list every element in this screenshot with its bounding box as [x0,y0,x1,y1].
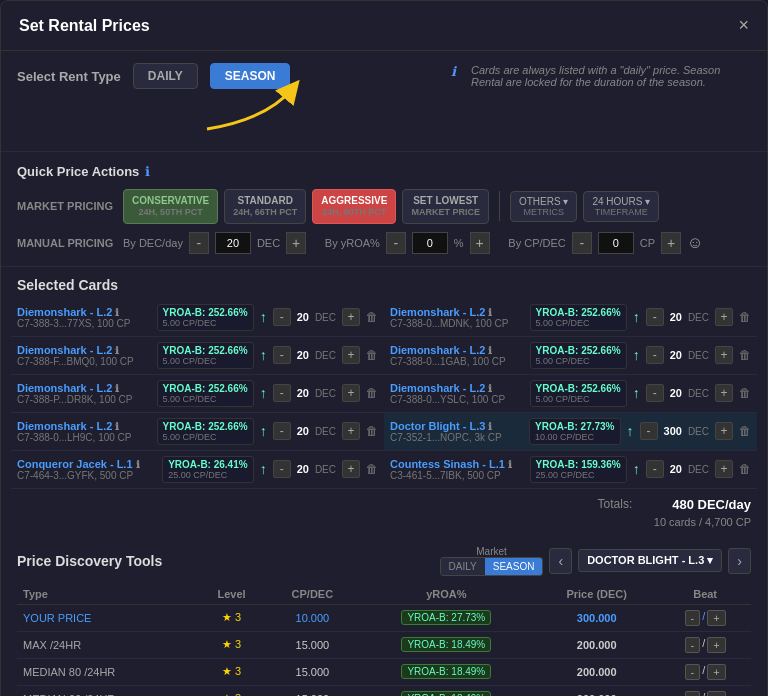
card-plus-button[interactable]: + [715,460,733,478]
card-yroa-top: YROA-B: 159.36% [536,459,621,470]
rent-type-info: ℹ Cards are always listed with a "daily"… [451,64,751,88]
card-yroa-top: YROA-B: 26.41% [168,459,247,470]
card-dec-val: 20 [297,311,309,323]
conservative-button[interactable]: CONSERVATIVE 24H, 50TH PCT [123,189,218,224]
beat-separator: / [702,664,705,680]
beat-cell[interactable]: - / + [659,685,751,696]
table-header-row: TypeLevelCP/DECyROA%Price (DEC)Beat [17,584,751,605]
beat-minus-button[interactable]: - [685,664,701,680]
card-yroa-bot: 5.00 CP/DEC [163,394,248,404]
card-plus-button[interactable]: + [342,346,360,364]
table-header-cell: Type [17,584,197,605]
trash-icon[interactable]: 🗑 [739,424,751,438]
pdt-prev-button[interactable]: ‹ [549,548,572,574]
beat-cell[interactable]: - / + [659,631,751,658]
card-plus-button[interactable]: + [715,346,733,364]
card-yroa-box: YROA-B: 252.66% 5.00 CP/DEC [530,304,627,331]
trash-icon[interactable]: 🗑 [366,386,378,400]
card-plus-button[interactable]: + [342,384,360,402]
card-dec-unit: DEC [315,426,336,437]
card-plus-button[interactable]: + [342,422,360,440]
card-plus-button[interactable]: + [715,422,733,440]
card-row: Diemonshark - L.2 ℹ C7-388-F...BMQ0, 100… [11,337,384,375]
dec-minus-button[interactable]: - [189,232,209,254]
arrow-up-icon: ↑ [260,309,267,325]
card-name: Diemonshark - L.2 ℹ [17,344,151,356]
beat-plus-button[interactable]: + [707,664,725,680]
card-yroa-box: YROA-B: 252.66% 5.00 CP/DEC [157,304,254,331]
card-selector-button[interactable]: DOCTOR BLIGHT - L.3 ▾ [578,549,722,572]
card-minus-button[interactable]: - [273,346,291,364]
table-row: MAX /24HR ★ 3 15.000 YROA-B: 18.49% 200.… [17,631,751,658]
pdt-season-button[interactable]: SEASON [485,558,543,575]
card-plus-button[interactable]: + [715,384,733,402]
smiley-button[interactable]: ☺ [687,234,703,252]
pdt-market-wrapper: Market DAILY SEASON [440,546,544,576]
cp-plus-button[interactable]: + [661,232,681,254]
card-minus-button[interactable]: - [646,384,664,402]
daily-button[interactable]: DAILY [133,63,198,89]
set-lowest-button[interactable]: SET LOWEST MARKET PRICE [402,189,489,224]
card-row: Doctor Blight - L.3 ℹ C7-352-1...NOPC, 3… [384,413,757,451]
cpdec-cell: 10.000 [266,604,358,631]
trash-icon[interactable]: 🗑 [739,310,751,324]
beat-plus-button[interactable]: + [707,637,725,653]
trash-icon[interactable]: 🗑 [739,386,751,400]
table-row: YOUR PRICE ★ 3 10.000 YROA-B: 27.73% 300… [17,604,751,631]
trash-icon[interactable]: 🗑 [366,424,378,438]
24hours-button[interactable]: 24 HOURS ▾ TIMEFRAME [583,191,659,222]
trash-icon[interactable]: 🗑 [366,462,378,476]
card-minus-button[interactable]: - [646,308,664,326]
card-row: Conqueror Jacek - L.1 ℹ C7-464-3...GYFK,… [11,451,384,489]
card-yroa-bot: 5.00 CP/DEC [536,318,621,328]
beat-plus-button[interactable]: + [707,691,725,696]
type-cell: MEDIAN 66 /24HR [17,685,197,696]
card-minus-button[interactable]: - [273,422,291,440]
others-button[interactable]: OTHERS ▾ METRICS [510,191,577,222]
card-dec-unit: DEC [688,350,709,361]
aggressive-button[interactable]: AGGRESSIVE 24H, 80TH PCT [312,189,396,224]
card-minus-button[interactable]: - [273,460,291,478]
dec-plus-button[interactable]: + [286,232,306,254]
card-yroa-top: YROA-B: 252.66% [163,345,248,356]
card-minus-button[interactable]: - [646,460,664,478]
standard-button[interactable]: STANDARD 24H, 66TH PCT [224,189,306,224]
beat-minus-button[interactable]: - [685,691,701,696]
beat-minus-button[interactable]: - [685,637,701,653]
trash-icon[interactable]: 🗑 [366,310,378,324]
set-rental-prices-modal: Set Rental Prices × Select Rent Type DAI… [0,0,768,696]
trash-icon[interactable]: 🗑 [366,348,378,362]
card-minus-button[interactable]: - [640,422,658,440]
card-dec-unit: DEC [315,350,336,361]
cpdec-cell: 15.000 [266,631,358,658]
card-minus-button[interactable]: - [646,346,664,364]
card-dec-val: 20 [297,425,309,437]
pdt-next-button[interactable]: › [728,548,751,574]
modal-title: Set Rental Prices [19,17,150,35]
trash-icon[interactable]: 🗑 [739,462,751,476]
yroa-plus-button[interactable]: + [470,232,490,254]
trash-icon[interactable]: 🗑 [739,348,751,362]
cp-minus-button[interactable]: - [572,232,592,254]
beat-minus-button[interactable]: - [685,610,701,626]
card-plus-button[interactable]: + [342,308,360,326]
close-button[interactable]: × [738,15,749,36]
card-sub: C7-388-P...DR8K, 100 CP [17,394,151,405]
card-dec-unit: DEC [315,388,336,399]
arrow-svg [197,79,317,134]
beat-cell[interactable]: - / + [659,658,751,685]
pdt-daily-button[interactable]: DAILY [441,558,485,575]
card-minus-button[interactable]: - [273,384,291,402]
card-minus-button[interactable]: - [273,308,291,326]
card-row: Diemonshark - L.2 ℹ C7-388-0...LH9C, 100… [11,413,384,451]
dec-unit: DEC [257,237,280,249]
type-cell: YOUR PRICE [17,604,197,631]
card-dec-val: 20 [297,387,309,399]
beat-cell[interactable]: - / + [659,604,751,631]
yroa-minus-button[interactable]: - [386,232,406,254]
card-plus-button[interactable]: + [342,460,360,478]
info-icon: ℹ [451,64,465,79]
beat-plus-button[interactable]: + [707,610,725,626]
card-yroa-bot: 25.00 CP/DEC [168,470,247,480]
card-plus-button[interactable]: + [715,308,733,326]
